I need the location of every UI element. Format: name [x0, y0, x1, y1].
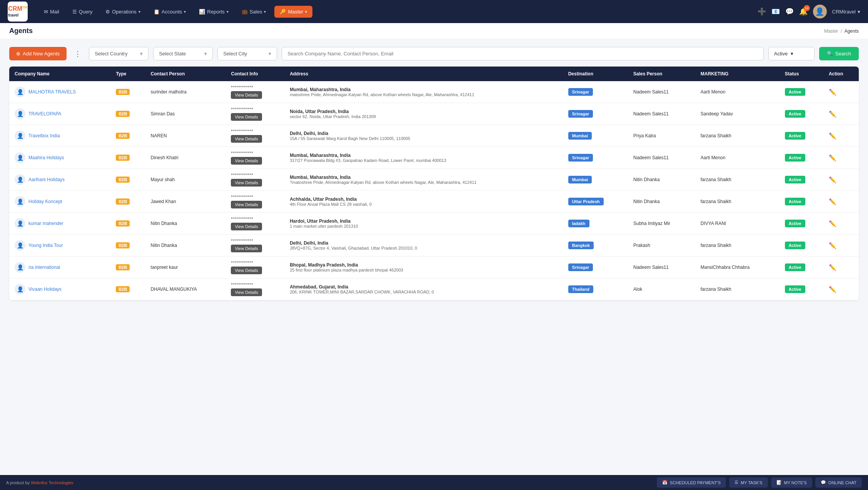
- edit-icon-5[interactable]: ✏️: [829, 198, 836, 205]
- view-details-button-3[interactable]: View Details: [231, 157, 262, 165]
- cell-type-5: B2B: [110, 191, 145, 213]
- cell-type-2: B2B: [110, 125, 145, 147]
- company-icon-2: 👤: [15, 130, 25, 141]
- view-details-button-7[interactable]: View Details: [231, 245, 262, 252]
- avatar-img: 👤: [815, 7, 825, 16]
- cell-marketing-3: Aarti Menon: [695, 147, 780, 169]
- edit-icon-6[interactable]: ✏️: [829, 220, 836, 227]
- view-details-button-8[interactable]: View Details: [231, 267, 262, 274]
- avatar[interactable]: 👤: [813, 5, 827, 18]
- company-icon-3: 👤: [15, 152, 25, 163]
- cell-marketing-1: Sandeep Yadav: [695, 103, 780, 125]
- user-menu[interactable]: CRMtravel ▾: [832, 9, 860, 15]
- type-badge-2: B2B: [116, 133, 130, 139]
- cell-status-9: Active: [780, 278, 823, 300]
- edit-icon-3[interactable]: ✏️: [829, 155, 836, 161]
- mail-icon: ✉: [44, 9, 48, 15]
- destination-badge-5: Uttar Pradesh: [568, 198, 604, 205]
- search-input[interactable]: [282, 47, 764, 60]
- cell-destination-8: Srinagar: [563, 257, 628, 278]
- company-link-4[interactable]: 👤 Aarihant Holidays: [15, 174, 105, 185]
- col-address: Address: [284, 67, 563, 81]
- address-line2-1: sector 62, Noida, Uttar Pradesh, India 2…: [290, 114, 558, 119]
- message-icon-btn[interactable]: 💬: [785, 7, 794, 16]
- table-row: 👤 Aarihant Holidays B2B Mayur shah *****…: [9, 169, 859, 191]
- cell-address-1: Noida, Uttar Pradesh, India sector 62, N…: [284, 103, 563, 125]
- status-dropdown[interactable]: Active ▾: [768, 47, 815, 60]
- company-icon-4: 👤: [15, 174, 25, 185]
- edit-icon-2[interactable]: ✏️: [829, 133, 836, 139]
- cell-status-7: Active: [780, 235, 823, 257]
- company-link-6[interactable]: 👤 kumar mahender: [15, 218, 105, 229]
- user-name: CRMtravel: [832, 9, 856, 15]
- cell-contact-info-0: *********** View Details: [225, 81, 284, 103]
- view-details-button-0[interactable]: View Details: [231, 91, 262, 99]
- nav-item-operations[interactable]: ⚙ Operations ▾: [101, 6, 145, 18]
- view-details-button-9[interactable]: View Details: [231, 288, 262, 296]
- email-icon-btn[interactable]: 📧: [771, 7, 780, 16]
- address-line2-9: 206, KRINK TOWER,MINI BAZAR,SARDAR CHOWK…: [290, 290, 558, 294]
- add-icon-btn[interactable]: ➕: [758, 7, 766, 16]
- page-title: Agents: [9, 27, 33, 35]
- nav-item-sales[interactable]: 💼 Sales ▾: [237, 6, 271, 18]
- company-link-8[interactable]: 👤 ria international: [15, 262, 105, 273]
- city-dropdown[interactable]: Select City ▾: [217, 47, 277, 60]
- edit-icon-0[interactable]: ✏️: [829, 89, 836, 95]
- country-dropdown[interactable]: Select Country ▾: [89, 47, 149, 60]
- type-badge-5: B2B: [116, 198, 130, 205]
- col-marketing: MARKETING: [695, 67, 780, 81]
- edit-icon-7[interactable]: ✏️: [829, 242, 836, 249]
- company-link-5[interactable]: 👤 Holiday Koncept: [15, 196, 105, 207]
- view-details-button-4[interactable]: View Details: [231, 179, 262, 187]
- cell-destination-7: Bangkok: [563, 235, 628, 257]
- address-line2-6: 1 main market utter pardesh 201310: [290, 224, 558, 228]
- cell-status-2: Active: [780, 125, 823, 147]
- company-link-9[interactable]: 👤 Vivaan Holidays: [15, 284, 105, 295]
- edit-icon-9[interactable]: ✏️: [829, 286, 836, 293]
- contact-masked-4: ***********: [231, 173, 279, 177]
- nav-item-mail[interactable]: ✉ Mail: [39, 6, 64, 18]
- cell-sales-person-0: Nadeem Sales11: [628, 81, 695, 103]
- cell-company-3: 👤 Maahira Holidays: [9, 147, 110, 169]
- cell-company-5: 👤 Holiday Koncept: [9, 191, 110, 213]
- state-dropdown[interactable]: Select State ▾: [153, 47, 213, 60]
- edit-icon-1[interactable]: ✏️: [829, 111, 836, 117]
- cell-action-9: ✏️: [823, 278, 859, 300]
- table-row: 👤 kumar mahender B2B Nitin Dhanka ******…: [9, 213, 859, 235]
- contact-masked-2: ***********: [231, 129, 279, 133]
- master-icon: 🔑: [280, 9, 286, 15]
- add-new-agents-button[interactable]: ⊕ Add New Agents: [9, 47, 67, 60]
- breadcrumb: Master / Agents: [824, 28, 859, 34]
- company-link-1[interactable]: 👤 TRAVELOPAPA: [15, 108, 105, 119]
- more-options-button[interactable]: ⋮: [71, 48, 84, 60]
- breadcrumb-parent[interactable]: Master: [824, 28, 838, 34]
- company-link-7[interactable]: 👤 Young India Tour: [15, 240, 105, 251]
- query-icon: ☰: [72, 9, 77, 15]
- nav-item-reports[interactable]: 📊 Reports ▾: [194, 6, 233, 18]
- company-link-0[interactable]: 👤 MALHOTRA TRAVELS: [15, 87, 105, 97]
- cell-marketing-8: MansiChhabra Chhabra: [695, 257, 780, 278]
- company-link-3[interactable]: 👤 Maahira Holidays: [15, 152, 105, 163]
- cell-sales-person-1: Nadeem Sales11: [628, 103, 695, 125]
- view-details-button-5[interactable]: View Details: [231, 201, 262, 208]
- nav-item-accounts[interactable]: 📋 Accounts ▾: [149, 6, 190, 18]
- chevron-down-icon: ▾: [227, 10, 229, 14]
- nav-item-query[interactable]: ☰ Query: [68, 6, 97, 18]
- cell-contact-info-7: *********** View Details: [225, 235, 284, 257]
- cell-sales-person-2: Priya Kalra: [628, 125, 695, 147]
- notification-btn[interactable]: 🔔 14: [799, 7, 808, 16]
- cell-action-6: ✏️: [823, 213, 859, 235]
- cell-action-0: ✏️: [823, 81, 859, 103]
- view-details-button-1[interactable]: View Details: [231, 113, 262, 121]
- company-link-2[interactable]: 👤 Travelbox India: [15, 130, 105, 141]
- logo[interactable]: CRMTM travel: [8, 2, 28, 22]
- view-details-button-2[interactable]: View Details: [231, 135, 262, 143]
- address-line1-9: Ahmedabad, Gujarat, India: [290, 284, 558, 290]
- view-details-button-6[interactable]: View Details: [231, 223, 262, 230]
- edit-icon-4[interactable]: ✏️: [829, 177, 836, 183]
- edit-icon-8[interactable]: ✏️: [829, 264, 836, 271]
- message-icon: 💬: [785, 8, 794, 15]
- nav-item-master[interactable]: 🔑 Master ▾: [274, 6, 312, 18]
- search-button[interactable]: 🔍 Search: [819, 47, 859, 60]
- cell-marketing-9: farzana Shaikh: [695, 278, 780, 300]
